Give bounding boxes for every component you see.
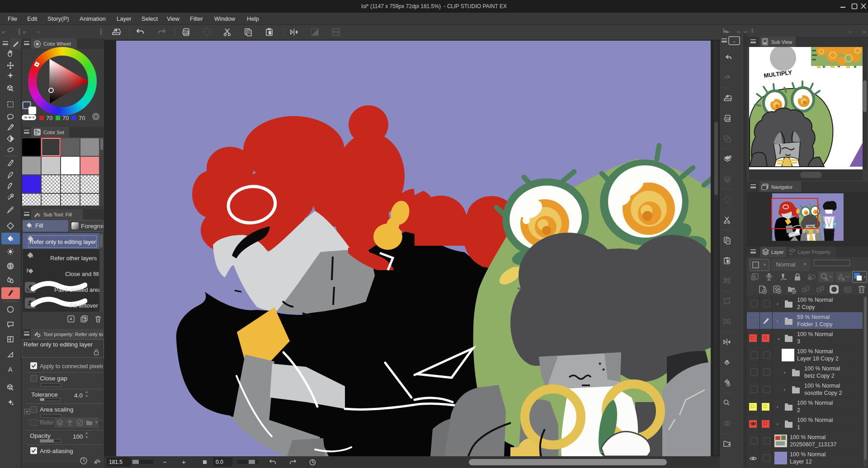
svg-text:png: png	[725, 117, 729, 120]
svg-text:A: A	[8, 366, 13, 373]
svg-text:png: png	[184, 31, 188, 34]
